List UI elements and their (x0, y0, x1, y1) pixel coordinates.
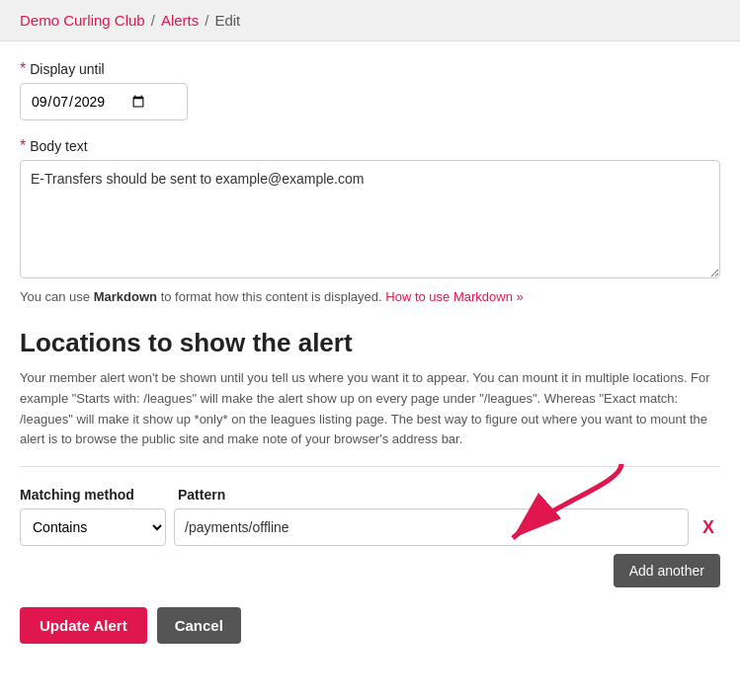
breadcrumb-current: Edit (214, 12, 240, 29)
breadcrumb-club-link[interactable]: Demo Curling Club (20, 12, 145, 29)
location-row-wrapper: Contains Starts with Exact match X (20, 508, 720, 546)
breadcrumb: Demo Curling Club / Alerts / Edit (0, 0, 740, 41)
cancel-button[interactable]: Cancel (157, 607, 241, 644)
locations-description: Your member alert won't be shown until y… (20, 368, 720, 450)
add-another-button[interactable]: Add another (614, 554, 720, 587)
main-content: * Display until * Body text E-Transfers … (0, 41, 740, 663)
action-row: Update Alert Cancel (20, 607, 720, 644)
markdown-link[interactable]: How to use Markdown » (385, 289, 523, 304)
update-alert-button[interactable]: Update Alert (20, 607, 147, 644)
locations-title: Locations to show the alert (20, 328, 720, 358)
breadcrumb-sep1: / (151, 12, 155, 29)
body-text-textarea[interactable]: E-Transfers should be sent to example@ex… (20, 160, 720, 278)
required-indicator: * (20, 61, 26, 77)
method-select[interactable]: Contains Starts with Exact match (20, 508, 166, 546)
markdown-hint: You can use Markdown to format how this … (20, 289, 720, 304)
pattern-input[interactable] (174, 508, 689, 546)
required-indicator-2: * (20, 138, 26, 154)
section-divider (20, 466, 720, 467)
location-row: Contains Starts with Exact match X (20, 508, 720, 546)
display-until-label: * Display until (20, 61, 720, 77)
breadcrumb-alerts-link[interactable]: Alerts (161, 12, 199, 29)
col-header-method: Matching method (20, 487, 178, 503)
body-text-label: * Body text (20, 138, 720, 154)
add-another-row: Add another (20, 554, 720, 587)
table-header: Matching method Pattern (20, 481, 720, 508)
display-until-input[interactable] (20, 83, 188, 120)
col-header-pattern: Pattern (178, 487, 720, 503)
breadcrumb-sep2: / (205, 12, 208, 29)
remove-location-button[interactable]: X (697, 518, 720, 536)
